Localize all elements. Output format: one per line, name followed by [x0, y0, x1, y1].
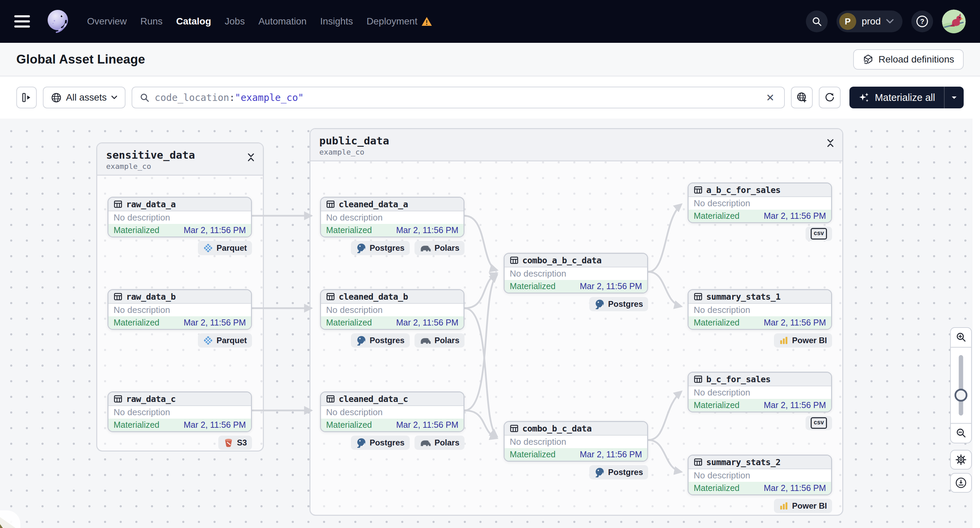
- tag-polars[interactable]: Polars: [415, 436, 465, 450]
- tag-polars[interactable]: Polars: [415, 333, 465, 347]
- menu-icon[interactable]: [14, 11, 35, 32]
- download-icon: [955, 477, 967, 488]
- asset-node[interactable]: a_b_c_for_sales No description Materiali…: [687, 182, 832, 223]
- tag-s3[interactable]: S3: [218, 436, 252, 450]
- nav-item-runs[interactable]: Runs: [140, 16, 162, 27]
- search-button[interactable]: [806, 11, 828, 32]
- asset-description: No description: [689, 304, 831, 316]
- tag-postgres[interactable]: Postgres: [351, 333, 410, 347]
- tag-powerbi[interactable]: Power BI: [774, 333, 832, 347]
- postgres-icon: [356, 335, 366, 346]
- table-icon: [326, 200, 335, 209]
- tag-postgres[interactable]: Postgres: [589, 297, 648, 311]
- asset-node[interactable]: cleaned_data_b No description Materializ…: [320, 289, 465, 330]
- asset-node[interactable]: raw_data_b No description Materialized M…: [107, 289, 252, 330]
- dagster-logo[interactable]: [44, 8, 72, 35]
- question-icon: ?: [916, 15, 929, 28]
- chevron-down-icon: [886, 19, 894, 24]
- asset-description: No description: [504, 267, 647, 280]
- tag-parquet[interactable]: Parquet: [198, 241, 252, 255]
- clear-search-icon[interactable]: ✕: [764, 92, 776, 104]
- open-sidebar-button[interactable]: [16, 87, 37, 108]
- filter-by-location-button[interactable]: [791, 87, 813, 108]
- nav-item-automation[interactable]: Automation: [258, 16, 307, 27]
- asset-name: summary_stats_2: [706, 457, 780, 467]
- asset-search-input[interactable]: code_location:"example_co" ✕: [132, 87, 785, 108]
- download-image-button[interactable]: [950, 473, 972, 493]
- nav-item-overview[interactable]: Overview: [87, 16, 127, 27]
- asset-node[interactable]: summary_stats_2 No description Materiali…: [687, 455, 832, 495]
- search-icon: [140, 93, 149, 102]
- tag-powerbi[interactable]: Power BI: [774, 499, 832, 513]
- asset-description: No description: [108, 211, 251, 224]
- tag-postgres[interactable]: Postgres: [351, 436, 410, 450]
- table-icon: [114, 395, 123, 403]
- materialized-timestamp: Mar 2, 11:56 PM: [184, 318, 246, 328]
- materialized-status: Materialized: [114, 318, 159, 328]
- asset-raw_data_a: raw_data_a No description Materialized M…: [107, 197, 252, 255]
- materialize-options-caret[interactable]: [945, 87, 964, 108]
- asset-description: No description: [321, 406, 463, 419]
- deployment-switcher[interactable]: P prod: [837, 11, 902, 32]
- polars-icon: [420, 438, 431, 447]
- asset-description: No description: [321, 211, 463, 224]
- zoom-in-button[interactable]: [951, 328, 971, 347]
- panel-toggle-icon: [21, 92, 32, 103]
- tag-parquet[interactable]: Parquet: [198, 333, 252, 347]
- postgres-icon: [356, 438, 366, 448]
- table-icon: [694, 292, 703, 301]
- zoom-out-button[interactable]: [951, 423, 971, 443]
- tag-csv[interactable]: csv: [805, 416, 832, 430]
- asset-node[interactable]: cleaned_data_c No description Materializ…: [320, 392, 465, 432]
- asset-name: combo_b_c_data: [522, 424, 592, 434]
- materialized-timestamp: Mar 2, 11:56 PM: [764, 211, 826, 221]
- asset-description: No description: [689, 469, 831, 482]
- warning-icon: [421, 16, 432, 27]
- materialize-all-button[interactable]: Materialize all: [850, 87, 964, 108]
- zoom-controls: [950, 327, 972, 443]
- materialized-timestamp: Mar 2, 11:56 PM: [764, 483, 826, 493]
- tag-postgres[interactable]: Postgres: [351, 241, 410, 255]
- nav-item-insights[interactable]: Insights: [320, 16, 353, 27]
- asset-name: raw_data_c: [126, 394, 176, 404]
- asset-node[interactable]: summary_stats_1 No description Materiali…: [687, 289, 832, 330]
- asset-node[interactable]: cleaned_data_a No description Materializ…: [320, 197, 465, 238]
- materialized-status: Materialized: [114, 225, 159, 235]
- asset-node[interactable]: raw_data_a No description Materialized M…: [107, 197, 252, 238]
- globe-icon: [51, 92, 62, 103]
- zoom-slider[interactable]: [951, 347, 971, 423]
- asset-name: cleaned_data_b: [339, 292, 408, 302]
- asset-node[interactable]: combo_a_b_c_data No description Material…: [504, 253, 648, 293]
- refresh-button[interactable]: [819, 87, 841, 108]
- materialized-timestamp: Mar 2, 11:56 PM: [396, 318, 458, 328]
- materialized-timestamp: Mar 2, 11:56 PM: [580, 281, 642, 291]
- asset-description: No description: [321, 304, 463, 316]
- reload-definitions-button[interactable]: Reload definitions: [853, 49, 964, 70]
- asset-b_c_for_sales: b_c_for_sales No description Materialize…: [687, 372, 832, 430]
- help-button[interactable]: ?: [911, 11, 933, 32]
- tag-csv[interactable]: csv: [805, 227, 832, 241]
- zoom-slider-thumb[interactable]: [955, 389, 967, 401]
- nav-item-deployment[interactable]: Deployment: [367, 16, 432, 27]
- materialized-status: Materialized: [510, 450, 556, 459]
- asset-node[interactable]: b_c_for_sales No description Materialize…: [687, 372, 832, 412]
- nav-right: P prod ?: [806, 10, 966, 33]
- user-avatar[interactable]: [942, 10, 966, 33]
- globe-plus-icon: [796, 92, 807, 103]
- postgres-icon: [594, 299, 605, 309]
- asset-node[interactable]: combo_b_c_data No description Materializ…: [504, 421, 648, 462]
- search-icon: [812, 16, 822, 27]
- nav-item-catalog[interactable]: Catalog: [176, 16, 211, 27]
- asset-scope-dropdown[interactable]: All assets: [43, 87, 126, 108]
- asset-node[interactable]: raw_data_c No description Materialized M…: [107, 392, 252, 432]
- table-icon: [326, 292, 335, 301]
- nav-item-jobs[interactable]: Jobs: [225, 16, 245, 27]
- asset-combo_b_c_data: combo_b_c_data No description Materializ…: [504, 421, 648, 479]
- lineage-canvas[interactable]: sensitive_data example_co public_data ex…: [0, 119, 980, 528]
- asset-name: b_c_for_sales: [706, 374, 770, 384]
- graph-settings-button[interactable]: [950, 450, 972, 469]
- tag-polars[interactable]: Polars: [415, 241, 465, 255]
- tag-postgres[interactable]: Postgres: [589, 465, 648, 479]
- powerbi-icon: [779, 336, 789, 345]
- asset-name: raw_data_b: [126, 292, 176, 302]
